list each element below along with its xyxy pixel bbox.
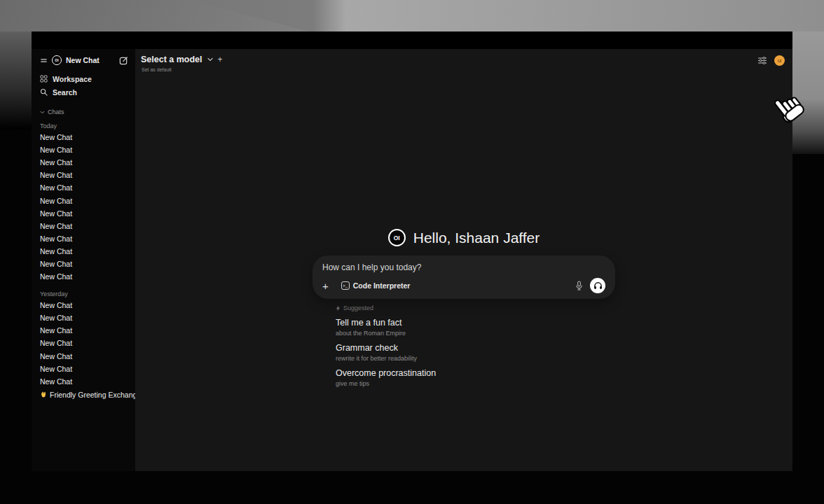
terminal-icon: >_ — [341, 281, 350, 290]
chat-input-card[interactable]: How can I help you today? + >_ Code Inte… — [313, 255, 615, 299]
chats-section-label: Chats — [48, 108, 64, 115]
suggested-prompt-title: Tell me a fun fact — [336, 318, 615, 328]
chat-list-item[interactable]: New Chat — [40, 131, 131, 144]
microphone-icon[interactable] — [575, 281, 583, 290]
headphones-icon — [593, 281, 603, 290]
app-window: OI New Chat Workspace — [32, 31, 792, 471]
chat-list-item[interactable]: New Chat — [40, 156, 131, 169]
chat-list-item[interactable]: New Chat — [40, 207, 131, 220]
wave-emoji-icon — [40, 391, 47, 398]
chat-list-item[interactable]: New Chat — [40, 258, 131, 270]
chevron-down-icon — [207, 57, 213, 62]
suggested-prompt[interactable]: Overcome procrastination give me tips — [336, 368, 615, 387]
main-area: Select a model + Set as default IJ OI — [135, 49, 792, 471]
friendly-greeting-label: Friendly Greeting Exchange — [50, 391, 135, 399]
new-chat-compose-icon[interactable] — [119, 56, 128, 65]
suggested-header: Suggested — [336, 304, 615, 312]
chat-list-item-friendly-greeting[interactable]: Friendly Greeting Exchange — [40, 388, 131, 401]
suggested-prompt[interactable]: Tell me a fun fact about the Roman Empir… — [336, 318, 615, 337]
chat-list-item[interactable]: New Chat — [40, 181, 131, 194]
sidebar: OI New Chat Workspace — [32, 49, 135, 471]
chat-list-item[interactable]: New Chat — [40, 169, 131, 181]
code-interpreter-toggle[interactable]: >_ Code Interpreter — [341, 281, 411, 290]
chat-list-item[interactable]: New Chat — [40, 363, 131, 375]
greeting-row: OI Hello, Ishaan Jaffer — [313, 229, 615, 246]
search-icon — [40, 88, 48, 96]
date-group-yesterday: Yesterday — [40, 289, 131, 299]
suggested-label: Suggested — [343, 304, 373, 312]
suggested-prompt-title: Overcome procrastination — [336, 368, 615, 379]
set-as-default-link[interactable]: Set as default — [142, 67, 172, 72]
chat-list-item[interactable]: New Chat — [40, 194, 131, 206]
model-selector[interactable]: Select a model + — [141, 55, 223, 64]
topbar-right: IJ — [757, 55, 785, 66]
hero-section: OI Hello, Ishaan Jaffer How can I help y… — [313, 229, 615, 387]
chat-list-item[interactable]: New Chat — [40, 245, 131, 258]
chat-list-item[interactable]: New Chat — [40, 270, 131, 283]
chat-list-item[interactable]: New Chat — [40, 232, 131, 245]
suggested-prompt-subtitle: rewrite it for better readability — [336, 355, 615, 362]
chat-list-item[interactable]: New Chat — [40, 312, 131, 324]
app-body: OI New Chat Workspace — [32, 49, 792, 471]
chat-input-toolbar: + >_ Code Interpreter — [322, 278, 605, 293]
suggested-section: Suggested Tell me a fun fact about the R… — [313, 304, 615, 387]
suggested-prompt[interactable]: Grammar check rewrite it for better read… — [336, 343, 615, 362]
attach-plus-button[interactable]: + — [322, 281, 329, 291]
sidebar-header: OI New Chat — [40, 54, 131, 66]
window-titlebar — [32, 31, 792, 49]
app-logo-icon: OI — [388, 229, 406, 246]
chat-list-item[interactable]: New Chat — [40, 324, 131, 337]
wallpaper-left — [0, 31, 32, 130]
suggested-prompt-title: Grammar check — [336, 343, 615, 354]
grid-icon — [40, 75, 48, 83]
chats-section-toggle[interactable]: Chats — [40, 108, 131, 116]
model-selector-label: Select a model — [141, 55, 202, 64]
desktop: OI New Chat Workspace — [0, 0, 824, 504]
suggested-prompt-subtitle: about the Roman Empire — [336, 330, 615, 337]
controls-sliders-icon[interactable] — [757, 56, 767, 65]
chat-list-item[interactable]: New Chat — [40, 144, 131, 156]
sidebar-item-search[interactable]: Search — [40, 85, 131, 99]
add-model-button[interactable]: + — [218, 55, 223, 64]
bolt-icon — [336, 305, 341, 312]
chat-input-placeholder[interactable]: How can I help you today? — [322, 262, 605, 272]
suggested-prompt-subtitle: give me tips — [336, 380, 615, 387]
wallpaper-right — [792, 31, 824, 154]
chevron-down-icon — [40, 111, 45, 114]
chat-list-item[interactable]: New Chat — [40, 375, 131, 388]
voice-call-button[interactable] — [590, 278, 605, 293]
search-label: Search — [53, 88, 77, 97]
chat-list-item[interactable]: New Chat — [40, 337, 131, 349]
sidebar-title: New Chat — [66, 56, 99, 64]
user-avatar[interactable]: IJ — [774, 55, 785, 66]
app-logo-icon: OI — [52, 55, 62, 65]
sidebar-toggle-icon[interactable] — [40, 57, 48, 64]
date-group-today: Today — [40, 121, 131, 131]
chat-list-item[interactable]: New Chat — [40, 299, 131, 312]
chat-list-item[interactable]: New Chat — [40, 220, 131, 232]
code-interpreter-label: Code Interpreter — [353, 281, 411, 290]
sidebar-item-workspace[interactable]: Workspace — [40, 72, 131, 85]
chat-list-item[interactable]: New Chat — [40, 350, 131, 363]
workspace-label: Workspace — [53, 75, 92, 83]
greeting-text: Hello, Ishaan Jaffer — [413, 230, 540, 246]
